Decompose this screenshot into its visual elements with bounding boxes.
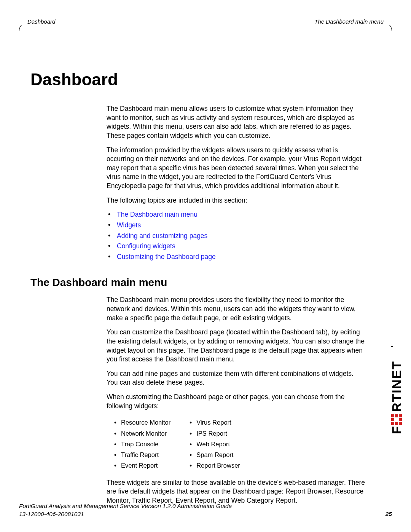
- chapter-title: Dashboard: [30, 70, 392, 89]
- widget-item: Web Report: [190, 440, 240, 448]
- widget-item: Network Monitor: [114, 429, 170, 438]
- svg-rect-10: [391, 346, 393, 347]
- svg-rect-7: [399, 418, 402, 421]
- widget-item: Spam Report: [190, 451, 240, 459]
- topic-link[interactable]: Customizing the Dashboard page: [107, 252, 365, 262]
- widget-item: Resource Monitor: [114, 418, 170, 427]
- topic-link[interactable]: Adding and customizing pages: [107, 232, 365, 241]
- widget-col-1: Resource Monitor Network Monitor Trap Co…: [114, 416, 170, 472]
- svg-rect-1: [391, 422, 394, 425]
- widget-item: Virus Report: [190, 418, 240, 427]
- topic-link[interactable]: The Dashboard main menu: [107, 210, 365, 219]
- section-paragraph: You can add nine pages and customize the…: [107, 369, 365, 387]
- widget-item: IPS Report: [190, 429, 240, 438]
- svg-rect-3: [391, 414, 394, 417]
- page-header: Dashboard The Dashboard main menu: [19, 18, 392, 28]
- section-paragraph: You can customize the Dashboard page (lo…: [107, 328, 365, 364]
- section-title: The Dashboard main menu: [30, 276, 392, 289]
- intro-body: The Dashboard main menu allows users to …: [107, 104, 365, 261]
- widget-item: Report Browser: [190, 461, 240, 470]
- section-paragraph: The Dashboard main menu provides users t…: [107, 296, 365, 323]
- widget-item: Trap Console: [114, 440, 170, 448]
- svg-text:RTINET: RTINET: [389, 361, 404, 412]
- svg-rect-2: [391, 418, 394, 421]
- section-body: The Dashboard main menu provides users t…: [107, 296, 365, 505]
- section-paragraph: When customizing the Dashboard page or o…: [107, 393, 365, 411]
- page-number: 25: [386, 510, 392, 518]
- topic-link[interactable]: Widgets: [107, 221, 365, 230]
- topic-link[interactable]: Configuring widgets: [107, 242, 365, 251]
- fortinet-logo: F RTINET: [389, 343, 404, 434]
- intro-paragraph-1: The Dashboard main menu allows users to …: [107, 104, 365, 141]
- header-left-label: Dashboard: [19, 18, 59, 25]
- footer-line-1: FortiGuard Analysis and Management Servi…: [19, 502, 392, 510]
- intro-paragraph-2: The information provided by the widgets …: [107, 146, 365, 191]
- widget-item: Event Report: [114, 461, 170, 470]
- page-footer: FortiGuard Analysis and Management Servi…: [19, 502, 392, 518]
- widget-columns: Resource Monitor Network Monitor Trap Co…: [114, 416, 365, 472]
- topic-list: The Dashboard main menu Widgets Adding a…: [107, 210, 365, 261]
- svg-rect-6: [399, 422, 402, 425]
- widget-col-2: Virus Report IPS Report Web Report Spam …: [190, 416, 240, 472]
- svg-rect-8: [399, 414, 402, 417]
- svg-rect-4: [395, 422, 398, 425]
- section-tail-paragraph: These widgets are similar to those avail…: [107, 478, 365, 505]
- document-page: Dashboard The Dashboard main menu Dashbo…: [0, 0, 411, 532]
- svg-rect-5: [395, 414, 398, 417]
- header-right-label: The Dashboard main menu: [311, 18, 392, 25]
- widget-item: Traffic Report: [114, 451, 170, 459]
- footer-line-2: 13-12000-406-20081031: [19, 510, 392, 518]
- intro-paragraph-3: The following topics are included in thi…: [107, 196, 365, 205]
- svg-text:F: F: [389, 426, 404, 435]
